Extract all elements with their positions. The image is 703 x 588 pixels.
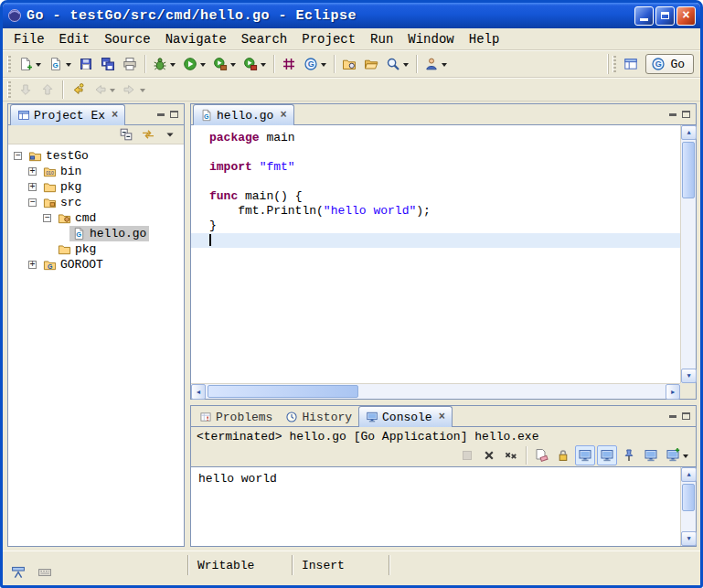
scroll-down-icon[interactable]: ▼ — [681, 531, 697, 546]
minimize-window-button[interactable] — [634, 6, 654, 26]
maximize-window-button[interactable] — [655, 6, 675, 26]
last-edit-location-icon[interactable] — [68, 80, 88, 100]
tab-console[interactable]: Console× — [358, 406, 453, 427]
remove-all-launches-icon[interactable] — [501, 445, 521, 465]
fast-view-icon[interactable] — [8, 562, 28, 583]
collapse-all-icon[interactable] — [116, 124, 136, 144]
scrollbar-thumb[interactable] — [208, 385, 358, 398]
tree-item-bin[interactable]: +010bin — [8, 164, 184, 179]
menu-run[interactable]: Run — [363, 30, 400, 48]
open-perspective-icon[interactable] — [621, 54, 641, 74]
remove-launch-icon[interactable] — [479, 445, 499, 465]
tree-item-pkg[interactable]: pkg — [8, 241, 184, 257]
new-go-file-icon[interactable]: G — [46, 54, 74, 74]
toolbar-grip[interactable] — [7, 56, 11, 72]
show-stdout-icon[interactable] — [575, 445, 595, 465]
menu-project[interactable]: Project — [294, 30, 363, 48]
tree-item-testgo[interactable]: −testGo — [8, 148, 184, 164]
tab-hello-go[interactable]: G hello.go × — [193, 104, 294, 125]
code-area[interactable]: package mainimport "fmt"func main() { fm… — [191, 125, 680, 383]
dropdown-arrow-icon[interactable] — [683, 454, 688, 461]
go-test-icon[interactable] — [279, 54, 299, 74]
view-menu-icon[interactable] — [160, 124, 180, 144]
dropdown-arrow-icon[interactable] — [442, 63, 447, 69]
new-wizard-icon[interactable] — [16, 54, 44, 74]
close-icon[interactable]: × — [439, 412, 445, 422]
go-launch-icon[interactable]: G — [301, 54, 329, 74]
debug-icon[interactable] — [150, 54, 178, 74]
code-line[interactable]: import "fmt" — [191, 160, 680, 175]
menu-help[interactable]: Help — [462, 30, 507, 48]
close-icon[interactable]: × — [112, 110, 118, 121]
scroll-up-icon[interactable]: ▲ — [681, 125, 697, 140]
external-tools-icon[interactable] — [240, 54, 269, 74]
code-line[interactable]: func main() { — [191, 189, 680, 204]
title-bar[interactable]: Go - testGo/src/cmd/hello.go - Eclipse × — [3, 3, 700, 28]
dropdown-arrow-icon[interactable] — [321, 63, 326, 69]
code-line[interactable]: } — [191, 219, 680, 233]
menu-search[interactable]: Search — [234, 30, 294, 48]
search-icon[interactable] — [383, 54, 411, 74]
print-icon[interactable] — [120, 54, 140, 74]
code-editor[interactable]: package mainimport "fmt"func main() { fm… — [191, 125, 696, 399]
editor-vertical-scrollbar[interactable]: ▲ ▼ — [680, 125, 696, 383]
expand-toggle-icon[interactable]: + — [28, 183, 37, 191]
team-icon[interactable] — [421, 54, 450, 74]
tree-item-goroot[interactable]: +GGOROOT — [8, 257, 184, 273]
expand-toggle-icon[interactable]: + — [28, 261, 37, 269]
scroll-lock-icon[interactable] — [553, 445, 573, 465]
run-history-icon[interactable] — [210, 54, 239, 74]
tab-project-explorer[interactable]: Project Ex × — [10, 104, 125, 125]
dropdown-arrow-icon[interactable] — [261, 63, 266, 69]
dropdown-arrow-icon[interactable] — [230, 63, 236, 69]
editor-horizontal-scrollbar[interactable]: ◄ ► — [191, 383, 680, 399]
menu-source[interactable]: Source — [97, 30, 157, 48]
dropdown-arrow-icon[interactable] — [66, 63, 71, 69]
tree-item-hello-go[interactable]: Ghello.go — [8, 226, 184, 241]
code-line[interactable] — [191, 145, 680, 160]
menu-navigate[interactable]: Navigate — [158, 30, 234, 48]
collapse-toggle-icon[interactable]: − — [14, 152, 22, 160]
link-with-editor-icon[interactable] — [138, 124, 158, 144]
code-line[interactable]: package main — [191, 131, 680, 145]
close-icon[interactable]: × — [280, 110, 286, 121]
toolbar-grip[interactable] — [7, 81, 11, 98]
dropdown-arrow-icon[interactable] — [140, 89, 145, 95]
scroll-up-icon[interactable]: ▲ — [681, 467, 697, 482]
next-annotation-icon[interactable] — [16, 80, 36, 100]
dropdown-arrow-icon[interactable] — [110, 89, 115, 95]
maximize-view-icon[interactable] — [682, 111, 690, 118]
collapse-toggle-icon[interactable]: − — [43, 214, 51, 222]
run-icon[interactable] — [180, 54, 208, 74]
open-type-icon[interactable] — [339, 54, 359, 74]
maximize-view-icon[interactable] — [170, 111, 178, 118]
open-resource-icon[interactable] — [361, 54, 381, 74]
minimize-view-icon[interactable] — [669, 415, 676, 418]
scroll-down-icon[interactable]: ▼ — [681, 369, 697, 383]
minimize-view-icon[interactable] — [157, 113, 165, 116]
expand-toggle-icon[interactable]: + — [28, 167, 37, 176]
save-icon[interactable] — [76, 54, 96, 74]
project-tree[interactable]: −testGo+010bin+pkg−src−cmdGhello.gopkg+G… — [8, 144, 184, 546]
previous-annotation-icon[interactable] — [37, 80, 58, 100]
view-shortcut-icon[interactable] — [35, 562, 55, 583]
show-stderr-icon[interactable] — [597, 445, 617, 465]
code-line[interactable] — [191, 233, 680, 248]
menu-file[interactable]: File — [6, 30, 52, 48]
code-line[interactable]: fmt.Println("hello world"); — [191, 204, 680, 219]
minimize-view-icon[interactable] — [669, 113, 676, 116]
forward-icon[interactable] — [120, 80, 148, 100]
go-perspective-button[interactable]: G Go — [645, 54, 694, 74]
pin-console-icon[interactable] — [619, 445, 639, 465]
close-window-button[interactable]: × — [676, 6, 696, 26]
dropdown-arrow-icon[interactable] — [170, 63, 176, 69]
open-console-icon[interactable] — [663, 445, 691, 465]
tree-item-src[interactable]: −src — [8, 195, 184, 210]
tree-item-cmd[interactable]: −cmd — [8, 210, 184, 226]
toolbar-grip[interactable] — [612, 56, 616, 72]
save-all-icon[interactable] — [98, 54, 118, 74]
dropdown-arrow-icon[interactable] — [200, 63, 206, 69]
display-console-icon[interactable] — [641, 445, 661, 465]
dropdown-arrow-icon[interactable] — [403, 63, 409, 69]
code-line[interactable] — [191, 175, 680, 189]
